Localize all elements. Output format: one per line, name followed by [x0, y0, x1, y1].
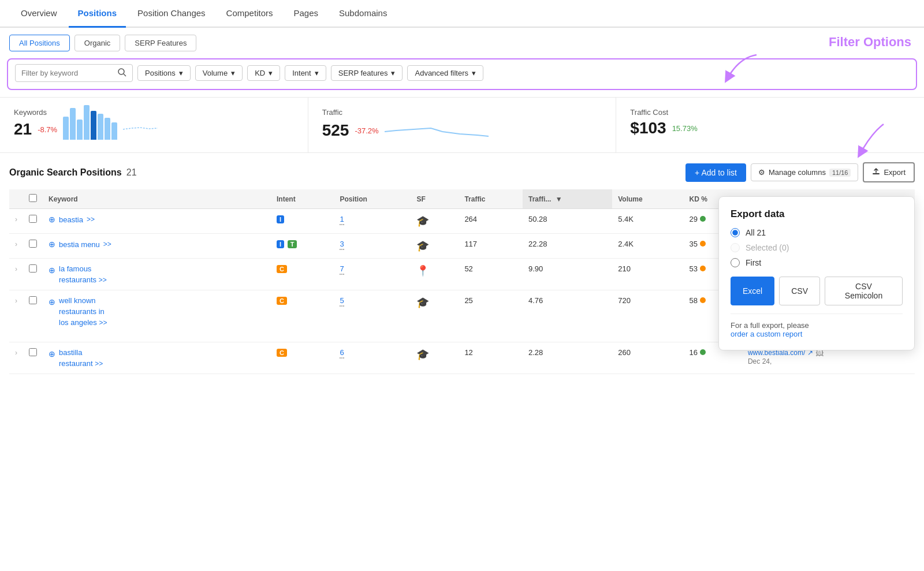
add-keyword-icon[interactable]: ⊕: [49, 240, 55, 249]
keyword-link[interactable]: well known restaurants in los angeles >>: [59, 296, 107, 327]
export-dropdown-title: Export data: [731, 208, 903, 220]
row-checkbox[interactable]: [29, 215, 37, 223]
export-button[interactable]: Export: [863, 162, 915, 182]
col-position[interactable]: Position: [334, 189, 411, 209]
add-keyword-icon[interactable]: ⊕: [49, 215, 55, 224]
position-link[interactable]: 1: [340, 215, 344, 223]
col-keyword[interactable]: Keyword: [43, 189, 271, 209]
row-expand-icon[interactable]: ›: [15, 265, 17, 273]
gear-icon: ⚙: [758, 168, 765, 177]
export-option-selected: Selected (0): [731, 243, 903, 252]
export-option-all[interactable]: All 21: [731, 228, 903, 237]
sf-location-icon: 📍: [416, 265, 429, 277]
keyword-filter[interactable]: [15, 64, 133, 82]
chevron-down-icon: ▾: [391, 69, 395, 77]
chevron-down-icon: ▾: [315, 69, 319, 77]
serp-features-dropdown[interactable]: SERP features ▾: [331, 65, 403, 81]
kd-dropdown[interactable]: KD ▾: [247, 65, 280, 81]
nav-item-positions[interactable]: Positions: [69, 0, 126, 28]
col-sf[interactable]: SF: [411, 189, 459, 209]
csv-format-button[interactable]: CSV: [779, 277, 820, 305]
col-intent[interactable]: Intent: [271, 189, 334, 209]
add-keyword-icon[interactable]: ⊕: [49, 266, 55, 275]
sf-graduation-icon: 🎓: [416, 215, 429, 227]
keyword-arrow-icon: >>: [87, 215, 95, 223]
row-checkbox[interactable]: [29, 264, 37, 273]
traffic-cost-label: Traffic Cost: [630, 108, 910, 117]
traffic-value: 525: [322, 121, 349, 140]
intent-badge-t: T: [288, 240, 297, 248]
intent-badge-c: C: [277, 349, 287, 357]
col-traffic[interactable]: Traffic: [459, 189, 523, 209]
svg-point-0: [118, 69, 124, 74]
intent-dropdown[interactable]: Intent ▾: [285, 65, 326, 81]
traffic-cost-value: $103: [630, 119, 666, 137]
date-cell: Dec 24,: [748, 357, 909, 365]
manage-columns-button[interactable]: ⚙ Manage columns 11/16: [751, 163, 859, 181]
kd-dot: [700, 241, 706, 247]
position-link[interactable]: 3: [340, 240, 344, 248]
traffic-change: -37.2%: [355, 126, 378, 135]
excel-format-button[interactable]: Excel: [731, 277, 774, 305]
table-header: Organic Search Positions 21 + Add to lis…: [9, 153, 915, 189]
keywords-value: 21: [14, 120, 32, 139]
stats-row: Keywords 21 -8.7%: [0, 97, 924, 153]
export-note: For a full export, please order a custom…: [731, 314, 903, 338]
keyword-link[interactable]: bastilla restaurant >>: [59, 348, 103, 368]
keyword-link[interactable]: beastia >>: [59, 215, 95, 224]
position-link[interactable]: 6: [340, 348, 344, 357]
position-link[interactable]: 7: [340, 264, 344, 273]
nav-item-competitors[interactable]: Competitors: [217, 0, 282, 28]
row-expand-icon[interactable]: ›: [15, 215, 17, 223]
subtab-serp-features[interactable]: SERP Features: [125, 35, 196, 51]
chevron-down-icon: ▾: [231, 69, 235, 77]
advanced-filters-dropdown[interactable]: Advanced filters ▾: [407, 65, 483, 81]
columns-badge: 11/16: [829, 169, 851, 177]
select-all-checkbox[interactable]: [29, 194, 37, 202]
table-title: Organic Search Positions: [9, 167, 122, 178]
nav-item-position-changes[interactable]: Position Changes: [128, 0, 215, 28]
row-checkbox[interactable]: [29, 240, 37, 248]
keyword-input[interactable]: [21, 69, 114, 77]
positions-dropdown[interactable]: Positions ▾: [137, 65, 191, 81]
volume-dropdown[interactable]: Volume ▾: [195, 65, 243, 81]
row-checkbox[interactable]: [29, 296, 37, 304]
top-nav: Overview Positions Position Changes Comp…: [0, 0, 924, 28]
keyword-link[interactable]: la famous restaurants >>: [59, 264, 107, 284]
export-option-first[interactable]: First: [731, 258, 903, 267]
kd-dot: [700, 216, 706, 222]
col-traffic2[interactable]: Traffi... ▼: [523, 189, 612, 209]
csv-semicolon-format-button[interactable]: CSV Semicolon: [825, 277, 903, 305]
row-checkbox[interactable]: [29, 348, 37, 356]
position-link[interactable]: 5: [340, 296, 344, 305]
order-custom-report-link[interactable]: order a custom report: [731, 330, 802, 338]
col-checkbox: [23, 189, 43, 209]
add-to-list-button[interactable]: + Add to list: [685, 163, 746, 182]
sf-graduation-icon: 🎓: [416, 349, 429, 360]
chevron-down-icon: ▾: [472, 69, 476, 77]
add-keyword-icon[interactable]: ⊕: [49, 349, 55, 359]
kd-dot: [700, 266, 706, 271]
traffic-cost-change: 15.73%: [672, 124, 698, 133]
sf-graduation-icon: 🎓: [416, 297, 429, 308]
kd-dot: [700, 297, 706, 303]
add-keyword-icon[interactable]: ⊕: [49, 297, 55, 307]
keyword-arrow-icon: >>: [103, 240, 111, 248]
intent-badge-i: I: [277, 240, 284, 248]
row-expand-icon[interactable]: ›: [15, 240, 17, 248]
keyword-link[interactable]: bestia menu >>: [59, 240, 111, 249]
nav-item-pages[interactable]: Pages: [284, 0, 327, 28]
col-volume[interactable]: Volume: [612, 189, 683, 209]
keywords-label: Keywords: [14, 108, 294, 117]
search-icon[interactable]: [117, 68, 126, 79]
subtab-all-positions[interactable]: All Positions: [9, 35, 70, 51]
filter-bar: Positions ▾ Volume ▾ KD ▾ Intent ▾ SERP …: [15, 64, 909, 82]
row-expand-icon[interactable]: ›: [15, 297, 17, 305]
nav-item-overview[interactable]: Overview: [12, 0, 66, 28]
sort-icon: ▼: [556, 195, 562, 203]
row-expand-icon[interactable]: ›: [15, 349, 17, 357]
traffic-stat: Traffic 525 -37.2%: [308, 98, 617, 152]
subtab-organic[interactable]: Organic: [74, 35, 121, 51]
export-format-row: Excel CSV CSV Semicolon: [731, 277, 903, 305]
nav-item-subdomains[interactable]: Subdomains: [330, 0, 396, 28]
